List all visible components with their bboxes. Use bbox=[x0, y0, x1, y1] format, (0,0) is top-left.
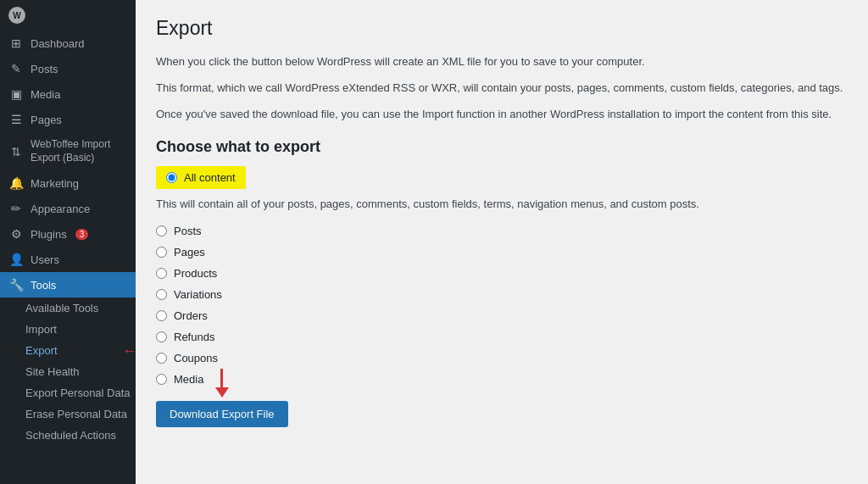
section-title: Choose what to export bbox=[156, 138, 848, 156]
sidebar-item-label: Users bbox=[31, 253, 59, 266]
sidebar-item-marketing[interactable]: 🔔 Marketing bbox=[0, 170, 136, 196]
submenu-export[interactable]: Export bbox=[0, 340, 136, 361]
option-posts[interactable]: Posts bbox=[156, 225, 848, 237]
sidebar: W ⊞ Dashboard ✎ Posts ▣ Media ☰ Pages ⇅ … bbox=[0, 0, 136, 484]
appearance-icon: ✏ bbox=[8, 202, 24, 215]
down-arrow-annotation bbox=[215, 369, 229, 398]
description-3: Once you've saved the download file, you… bbox=[156, 106, 848, 124]
products-label[interactable]: Products bbox=[174, 267, 217, 280]
sidebar-item-label: Posts bbox=[31, 63, 58, 75]
posts-label[interactable]: Posts bbox=[174, 225, 202, 237]
sidebar-item-label: Pages bbox=[31, 114, 62, 126]
all-content-label[interactable]: All content bbox=[184, 171, 236, 184]
coupons-radio[interactable] bbox=[156, 353, 167, 364]
plugins-icon: ⚙ bbox=[8, 227, 24, 241]
option-products[interactable]: Products bbox=[156, 267, 848, 280]
refunds-label[interactable]: Refunds bbox=[174, 331, 214, 343]
sidebar-wp-logo[interactable]: W bbox=[0, 0, 136, 31]
products-radio[interactable] bbox=[156, 268, 167, 279]
sidebar-item-label: Tools bbox=[31, 279, 56, 292]
users-icon: 👤 bbox=[8, 253, 24, 266]
webtoffee-icon: ⇅ bbox=[8, 144, 24, 159]
sidebar-item-label: WebToffee Import Export (Basic) bbox=[31, 138, 127, 164]
sidebar-item-webtoffee[interactable]: ⇅ WebToffee Import Export (Basic) bbox=[0, 132, 136, 170]
sidebar-item-posts[interactable]: ✎ Posts bbox=[0, 56, 136, 81]
download-export-button[interactable]: Download Export File bbox=[156, 401, 288, 427]
sidebar-item-label: Dashboard bbox=[31, 37, 85, 50]
description-1: When you click the button below WordPres… bbox=[156, 53, 848, 71]
orders-label[interactable]: Orders bbox=[174, 309, 208, 322]
sidebar-item-plugins[interactable]: ⚙ Plugins 3 bbox=[0, 221, 136, 247]
submenu-export-personal-data[interactable]: Export Personal Data bbox=[0, 382, 136, 403]
sidebar-item-media[interactable]: ▣ Media bbox=[0, 81, 136, 107]
sidebar-item-users[interactable]: 👤 Users bbox=[0, 247, 136, 272]
sidebar-item-label: Plugins bbox=[31, 228, 67, 241]
all-content-option[interactable]: All content bbox=[156, 166, 246, 189]
tools-submenu: Available Tools Import Export ← Site Hea… bbox=[0, 298, 136, 446]
dashboard-icon: ⊞ bbox=[8, 36, 24, 50]
option-media[interactable]: Media bbox=[156, 373, 848, 386]
posts-icon: ✎ bbox=[8, 62, 24, 75]
plugins-badge: 3 bbox=[75, 229, 89, 240]
pages-radio[interactable] bbox=[156, 247, 167, 258]
main-content: Export When you click the button below W… bbox=[136, 0, 868, 484]
submenu-available-tools[interactable]: Available Tools bbox=[0, 298, 136, 319]
refunds-radio[interactable] bbox=[156, 331, 167, 342]
sidebar-item-dashboard[interactable]: ⊞ Dashboard bbox=[0, 31, 136, 56]
option-coupons[interactable]: Coupons bbox=[156, 352, 848, 364]
option-refunds[interactable]: Refunds bbox=[156, 331, 848, 343]
wordpress-icon: W bbox=[8, 7, 25, 24]
sidebar-item-label: Appearance bbox=[31, 203, 90, 215]
submenu-import[interactable]: Import bbox=[0, 319, 136, 340]
all-content-radio[interactable] bbox=[166, 172, 177, 183]
description-2: This format, which we call WordPress eXt… bbox=[156, 80, 848, 97]
arrow-head bbox=[215, 387, 229, 398]
pages-icon: ☰ bbox=[8, 113, 24, 126]
pages-label[interactable]: Pages bbox=[174, 246, 205, 259]
sidebar-item-appearance[interactable]: ✏ Appearance bbox=[0, 196, 136, 221]
submenu-scheduled-actions[interactable]: Scheduled Actions bbox=[0, 425, 136, 446]
variations-radio[interactable] bbox=[156, 289, 167, 300]
sidebar-item-pages[interactable]: ☰ Pages bbox=[0, 107, 136, 132]
tools-icon: 🔧 bbox=[8, 278, 24, 292]
posts-radio[interactable] bbox=[156, 225, 167, 236]
variations-label[interactable]: Variations bbox=[174, 288, 222, 301]
media-radio[interactable] bbox=[156, 374, 167, 385]
submenu-erase-personal-data[interactable]: Erase Personal Data bbox=[0, 403, 136, 425]
media-label[interactable]: Media bbox=[174, 373, 203, 386]
media-icon: ▣ bbox=[8, 87, 24, 101]
download-button-area: Download Export File bbox=[156, 401, 288, 427]
page-title: Export bbox=[156, 17, 848, 40]
marketing-icon: 🔔 bbox=[8, 176, 24, 190]
orders-radio[interactable] bbox=[156, 310, 167, 321]
sidebar-item-tools[interactable]: 🔧 Tools bbox=[0, 272, 136, 298]
option-variations[interactable]: Variations bbox=[156, 288, 848, 301]
submenu-site-health[interactable]: Site Health bbox=[0, 361, 136, 382]
coupons-label[interactable]: Coupons bbox=[174, 352, 218, 364]
sidebar-item-label: Media bbox=[31, 88, 60, 101]
sidebar-item-label: Marketing bbox=[31, 177, 79, 190]
arrow-line bbox=[220, 369, 223, 387]
option-pages[interactable]: Pages bbox=[156, 246, 848, 259]
option-orders[interactable]: Orders bbox=[156, 309, 848, 322]
all-content-description: This will contain all of your posts, pag… bbox=[156, 196, 848, 213]
export-arrow-icon: ← bbox=[122, 342, 136, 359]
